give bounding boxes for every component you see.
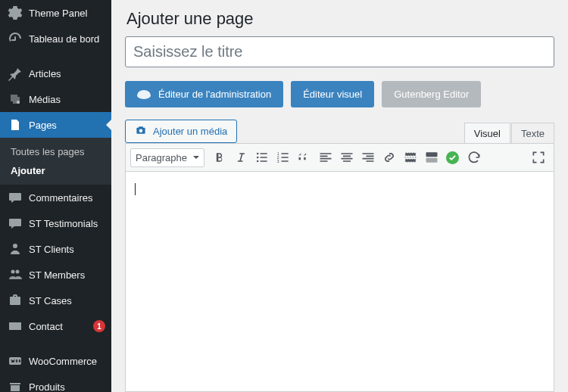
gear-icon xyxy=(8,5,23,20)
numbered-list-button[interactable]: 123 xyxy=(273,147,294,168)
svg-point-1 xyxy=(13,244,17,248)
users-icon xyxy=(8,267,23,282)
svg-text:3: 3 xyxy=(277,159,279,163)
submenu-add-page[interactable]: Ajouter xyxy=(0,161,111,180)
align-right-button[interactable] xyxy=(357,147,379,168)
admin-sidebar: Theme Panel Tableau de bord Articles Méd… xyxy=(0,0,111,392)
sidebar-item-contact[interactable]: Contact 1 xyxy=(0,313,111,339)
tab-text[interactable]: Texte xyxy=(511,123,554,144)
editor-content[interactable] xyxy=(125,172,554,392)
sidebar-item-theme-panel[interactable]: Theme Panel xyxy=(0,0,111,26)
align-left-button[interactable] xyxy=(315,147,336,168)
sidebar-item-testimonials[interactable]: ST Testimonials xyxy=(0,210,111,236)
sidebar-item-products[interactable]: Produits xyxy=(0,374,111,392)
refresh-button[interactable] xyxy=(463,147,485,168)
sidebar-item-woocommerce[interactable]: WooCommerce xyxy=(0,348,111,374)
button-label: Éditeur de l'administration xyxy=(158,89,271,100)
page-title-input[interactable] xyxy=(125,36,554,67)
toolbar-toggle-button[interactable] xyxy=(421,147,442,168)
sidebar-item-label: WooCommerce xyxy=(29,356,105,367)
svg-point-7 xyxy=(257,160,259,163)
pages-icon xyxy=(8,117,23,132)
comments-icon xyxy=(8,190,23,205)
sidebar-item-label: Pages xyxy=(29,120,105,131)
sidebar-item-clients[interactable]: ST Clients xyxy=(0,236,111,262)
dashboard-icon xyxy=(8,31,23,46)
svg-point-6 xyxy=(257,157,259,159)
pin-icon xyxy=(8,66,23,81)
sidebar-item-label: Tableau de bord xyxy=(29,33,105,45)
quote-button[interactable] xyxy=(294,147,315,168)
sidebar-item-pages[interactable]: Pages xyxy=(0,112,111,138)
sidebar-submenu-pages: Toutes les pages Ajouter xyxy=(0,138,111,185)
editor-toolbar: Paragraphe 123 xyxy=(125,143,554,172)
button-label: Éditeur visuel xyxy=(303,89,362,100)
tab-visual[interactable]: Visuel xyxy=(464,123,510,144)
editor-mode-tabs: Visuel Texte xyxy=(464,123,554,144)
sidebar-item-articles[interactable]: Articles xyxy=(0,61,111,86)
add-media-button[interactable]: Ajouter un média xyxy=(125,120,237,143)
svg-rect-15 xyxy=(432,154,435,156)
sidebar-item-label: ST Clients xyxy=(29,244,105,255)
status-ok-icon xyxy=(442,147,463,168)
button-label: Gutenberg Editor xyxy=(394,89,469,100)
bold-button[interactable] xyxy=(209,147,230,168)
sidebar-item-dashboard[interactable]: Tableau de bord xyxy=(0,26,111,51)
svg-rect-14 xyxy=(429,154,432,156)
sidebar-item-members[interactable]: ST Members xyxy=(0,262,111,288)
sidebar-item-label: Produits xyxy=(29,381,105,393)
gutenberg-editor-button[interactable]: Gutenberg Editor xyxy=(382,81,481,107)
products-icon xyxy=(8,379,23,392)
svg-point-5 xyxy=(257,153,259,155)
editor-switcher: Éditeur de l'administration Éditeur visu… xyxy=(125,81,554,107)
fullscreen-button[interactable] xyxy=(528,147,549,168)
link-button[interactable] xyxy=(379,147,400,168)
admin-editor-button[interactable]: Éditeur de l'administration xyxy=(125,81,283,107)
notification-badge: 1 xyxy=(93,320,105,332)
briefcase-icon xyxy=(8,293,23,308)
button-label: Ajouter un média xyxy=(153,126,227,137)
envelope-icon xyxy=(8,319,23,334)
svg-rect-12 xyxy=(426,158,437,163)
read-more-button[interactable] xyxy=(400,147,421,168)
format-select[interactable]: Paragraphe xyxy=(130,148,204,167)
sidebar-item-cases[interactable]: ST Cases xyxy=(0,288,111,313)
sidebar-item-media[interactable]: Médias xyxy=(0,86,111,112)
media-icon xyxy=(8,92,23,107)
page-title: Ajouter une page xyxy=(126,9,554,29)
sidebar-item-label: Theme Panel xyxy=(29,8,105,19)
cloud-icon xyxy=(137,90,151,99)
sidebar-item-label: ST Testimonials xyxy=(29,218,105,229)
align-center-button[interactable] xyxy=(336,147,357,168)
main-content: Ajouter une page Éditeur de l'administra… xyxy=(111,0,568,392)
submenu-all-pages[interactable]: Toutes les pages xyxy=(0,142,111,161)
sidebar-item-label: Commentaires xyxy=(29,192,105,204)
svg-point-2 xyxy=(11,270,15,274)
svg-point-3 xyxy=(16,270,20,274)
woocommerce-icon xyxy=(8,353,23,369)
italic-button[interactable] xyxy=(230,147,251,168)
sidebar-item-label: Médias xyxy=(29,94,105,105)
sidebar-item-label: Articles xyxy=(29,68,105,79)
sidebar-item-comments[interactable]: Commentaires xyxy=(0,185,111,210)
svg-rect-13 xyxy=(427,154,429,156)
user-icon xyxy=(8,241,23,257)
sidebar-item-label: ST Members xyxy=(29,269,105,281)
text-cursor xyxy=(135,183,136,195)
testimonials-icon xyxy=(8,216,23,231)
camera-icon xyxy=(135,124,147,138)
bullet-list-button[interactable] xyxy=(251,147,273,168)
sidebar-item-label: ST Cases xyxy=(29,295,105,306)
visual-editor-button[interactable]: Éditeur visuel xyxy=(291,81,374,107)
sidebar-item-label: Contact xyxy=(29,321,87,332)
svg-point-0 xyxy=(17,101,20,104)
